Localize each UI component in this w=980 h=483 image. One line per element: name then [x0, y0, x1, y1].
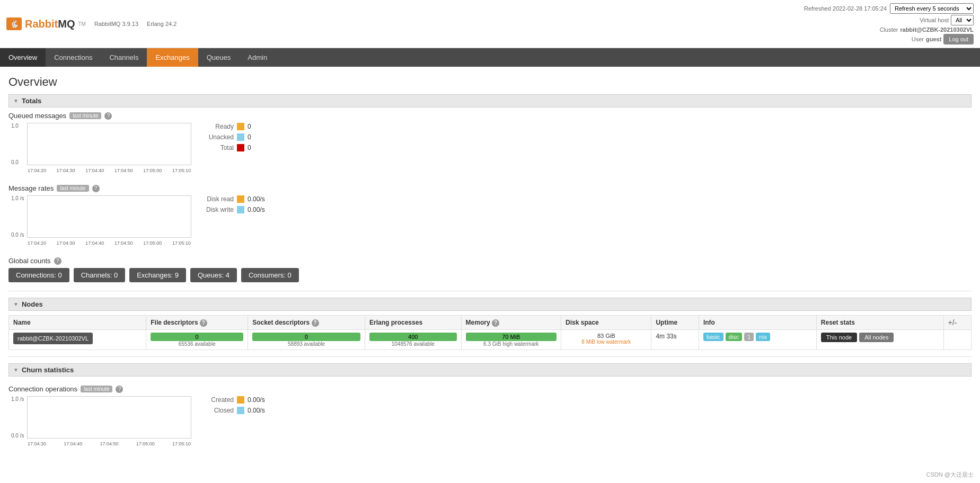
col-erlang-proc: Erlang processes [365, 316, 462, 330]
legend-disk-write: Disk write 0.00/s [202, 206, 265, 213]
badge-basic[interactable]: basic [703, 333, 723, 341]
divider-2 [8, 356, 972, 357]
y-top: 1.0 [11, 123, 19, 129]
nav-admin[interactable]: Admin [239, 48, 276, 67]
plus-minus-cell [943, 330, 971, 350]
queued-messages-title: Queued messages last minute ? [8, 112, 972, 120]
badge-rss[interactable]: rss [756, 333, 770, 341]
message-rates-help[interactable]: ? [92, 185, 100, 192]
badge-disc[interactable]: disc [726, 333, 743, 341]
legend-created-color [237, 396, 244, 404]
header-right: Refreshed 2022-02-28 17:05:24 Refresh ev… [804, 3, 974, 44]
global-counts-label: Global counts [8, 257, 51, 265]
y-bottom: 0.0 [11, 159, 19, 165]
logo: 🐇 RabbitMQ TM RabbitMQ 3.9.13 Erlang 24.… [6, 17, 176, 30]
legend-unacked-value: 0 [248, 133, 251, 141]
erlang-proc-cell: 400 1048576 available [365, 330, 462, 350]
legend-disk-read-label: Disk read [202, 195, 234, 203]
table-row: rabbit@CZBK-20210302VL 0 65536 available… [9, 330, 972, 350]
connection-ops-title: Connection operations last minute ? [8, 385, 972, 393]
churn-badge: last minute [81, 386, 112, 392]
cluster-value: rabbit@CZBK-20210302VL [900, 26, 974, 33]
churn-chart-wrapper: 1.0 /s 0.0 /s 17:04:30 17:04:40 17:04:50… [27, 396, 191, 439]
refresh-select[interactable]: Refresh every 5 seconds Refresh every 10… [890, 3, 974, 14]
main-content: Overview ▼ Totals Queued messages last m… [0, 67, 980, 483]
nodes-arrow: ▼ [13, 301, 19, 307]
churn-subsection: Connection operations last minute ? 1.0 … [8, 385, 972, 449]
logout-button[interactable]: Log out [943, 34, 974, 44]
plus-minus-icon[interactable]: +/- [948, 318, 957, 327]
nodes-table-header: Name File descriptors ? Socket descripto… [9, 316, 972, 330]
legend-closed-label: Closed [202, 407, 234, 414]
col-socket-desc: Socket descriptors ? [248, 316, 365, 330]
global-counts-subsection: Global counts ? Connections: 0 Channels:… [8, 257, 972, 282]
this-node-button[interactable]: This node [821, 333, 857, 342]
user-row: User guest Log out [804, 34, 974, 44]
queued-messages-legend: Ready 0 Unacked 0 Total 0 [202, 123, 251, 151]
reset-stats-buttons: This node All nodes [821, 333, 939, 342]
churn-help[interactable]: ? [116, 386, 123, 393]
all-nodes-button[interactable]: All nodes [859, 333, 894, 342]
legend-disk-read: Disk read 0.00/s [202, 195, 265, 203]
footer-watermark: CSDN @大迁居士 [926, 471, 974, 479]
mr-y-bottom: 0.0 /s [11, 232, 24, 238]
totals-arrow: ▼ [13, 98, 19, 104]
mr-chart-svg [28, 196, 192, 238]
channels-badge[interactable]: Channels: 0 [74, 268, 125, 282]
churn-y-top: 1.0 /s [11, 396, 24, 402]
erlang-proc-bar: 400 [369, 333, 457, 341]
col-name: Name [9, 316, 146, 330]
totals-section-header[interactable]: ▼ Totals [8, 94, 972, 108]
nav-connections[interactable]: Connections [46, 48, 101, 67]
vhost-label: Virtual host [920, 17, 949, 23]
global-counts-help[interactable]: ? [54, 257, 61, 265]
connections-badge[interactable]: Connections: 0 [8, 268, 69, 282]
nav-channels[interactable]: Channels [101, 48, 147, 67]
col-uptime: Uptime [651, 316, 699, 330]
legend-total-value: 0 [248, 144, 251, 151]
global-counts-title: Global counts ? [8, 257, 972, 265]
cluster-row: Cluster rabbit@CZBK-20210302VL [804, 26, 974, 33]
legend-disk-write-color [237, 206, 244, 213]
socket-desc-bar: 0 [252, 333, 360, 341]
nav-overview[interactable]: Overview [0, 48, 46, 67]
file-desc-bar: 0 [151, 333, 243, 341]
global-counts-badges: Connections: 0 Channels: 0 Exchanges: 9 … [8, 268, 972, 282]
disk-space-value: 83 GiB [566, 333, 647, 339]
memory-help[interactable]: ? [492, 319, 499, 327]
legend-unacked: Unacked 0 [202, 133, 251, 141]
col-file-desc: File descriptors ? [146, 316, 248, 330]
exchanges-badge[interactable]: Exchanges: 9 [129, 268, 186, 282]
page-title: Overview [8, 75, 972, 89]
nav-queues[interactable]: Queues [198, 48, 240, 67]
legend-total-label: Total [202, 144, 234, 151]
vhost-select[interactable]: All [951, 15, 974, 25]
legend-ready-label: Ready [202, 123, 234, 130]
col-reset-stats: Reset stats [816, 316, 943, 330]
mr-x-labels: 17:04:20 17:04:30 17:04:40 17:04:50 17:0… [28, 240, 191, 246]
queued-messages-subsection: Queued messages last minute ? 1.0 0.0 17… [8, 112, 972, 176]
queues-badge[interactable]: Queues: 4 [190, 268, 237, 282]
consumers-badge[interactable]: Consumers: 0 [241, 268, 299, 282]
message-rates-y-labels: 1.0 /s 0.0 /s [11, 195, 24, 238]
user-value: guest [926, 36, 941, 42]
brand: RabbitMQ [25, 18, 75, 30]
queued-messages-help[interactable]: ? [104, 112, 112, 120]
nodes-section-header[interactable]: ▼ Nodes [8, 298, 972, 311]
queued-messages-label: Queued messages [8, 112, 66, 120]
totals-label: Totals [22, 97, 41, 105]
nodes-table: Name File descriptors ? Socket descripto… [8, 315, 972, 350]
message-rates-chart-wrapper: 1.0 /s 0.0 /s 17:04:20 17:04:30 17:04:40… [27, 195, 191, 238]
socket-desc-help[interactable]: ? [312, 319, 319, 327]
col-memory: Memory ? [461, 316, 561, 330]
user-label: User [912, 36, 924, 42]
legend-unacked-color [237, 133, 244, 141]
info-badges: basic disc 1 rss [703, 333, 812, 341]
churn-section-header[interactable]: ▼ Churn statistics [8, 363, 972, 377]
message-rates-label: Message rates [8, 184, 54, 192]
vhost-row: Virtual host All [804, 15, 974, 25]
nav-exchanges[interactable]: Exchanges [147, 48, 198, 67]
file-desc-help[interactable]: ? [200, 319, 207, 327]
badge-num[interactable]: 1 [744, 333, 754, 341]
connection-ops-label: Connection operations [8, 385, 77, 393]
